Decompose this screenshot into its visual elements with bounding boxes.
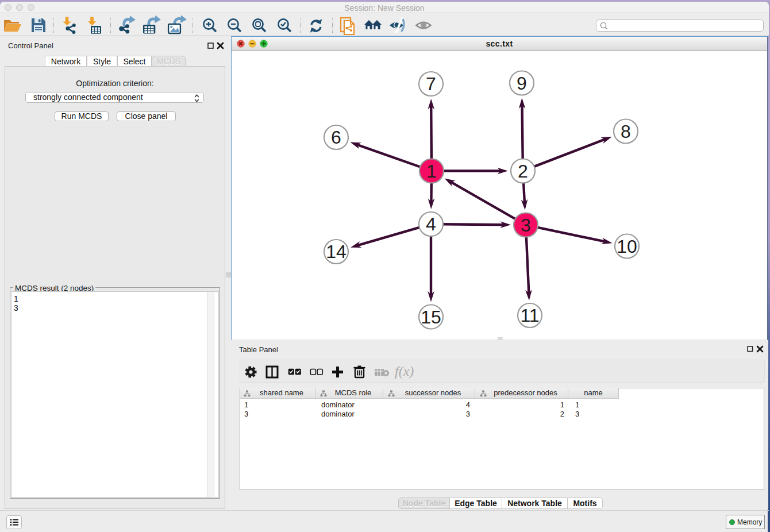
svg-text:1: 1 (426, 161, 437, 182)
svg-text:7: 7 (426, 74, 436, 94)
svg-text:3: 3 (521, 215, 531, 236)
svg-text:4: 4 (426, 214, 436, 234)
svg-text:10: 10 (617, 236, 637, 257)
svg-text:14: 14 (326, 241, 346, 262)
svg-text:15: 15 (421, 307, 441, 327)
svg-text:9: 9 (517, 73, 527, 94)
svg-text:6: 6 (331, 127, 341, 148)
svg-text:2: 2 (518, 161, 528, 182)
svg-text:8: 8 (621, 121, 631, 142)
svg-text:11: 11 (520, 305, 539, 326)
